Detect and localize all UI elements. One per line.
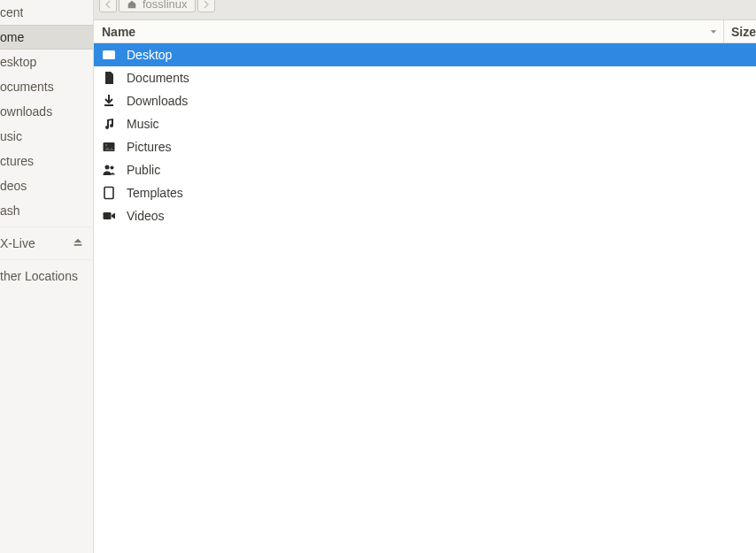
column-header-name[interactable]: Name bbox=[94, 25, 723, 39]
file-name: Downloads bbox=[127, 94, 188, 108]
sidebar-item-trash[interactable]: ash bbox=[0, 198, 93, 223]
nav-back-button[interactable] bbox=[99, 0, 117, 12]
nav-forward-button[interactable] bbox=[197, 0, 215, 12]
list-item[interactable]: Templates bbox=[94, 181, 756, 204]
path-bar: fosslinux bbox=[94, 0, 756, 20]
sidebar-item-videos[interactable]: deos bbox=[0, 173, 93, 198]
list-item[interactable]: Public bbox=[94, 158, 756, 181]
sidebar-item-other-locations[interactable]: ther Locations bbox=[0, 264, 93, 288]
column-header: Name Size bbox=[94, 20, 756, 43]
sidebar-item-documents[interactable]: ocuments bbox=[0, 74, 93, 99]
download-icon bbox=[102, 94, 116, 108]
home-icon bbox=[127, 0, 137, 10]
sidebar-item-pictures[interactable]: ctures bbox=[0, 149, 93, 173]
music-icon bbox=[102, 117, 116, 131]
file-name: Music bbox=[127, 117, 159, 131]
sidebar-item-home[interactable]: ome bbox=[0, 25, 93, 50]
sidebar-item-downloads[interactable]: ownloads bbox=[0, 99, 93, 124]
file-name: Videos bbox=[127, 209, 165, 223]
sidebar-item-desktop[interactable]: esktop bbox=[0, 50, 93, 74]
people-icon bbox=[102, 163, 116, 177]
list-item[interactable]: Music bbox=[94, 112, 756, 135]
file-name: Templates bbox=[127, 186, 183, 200]
list-item[interactable]: Pictures bbox=[94, 135, 756, 158]
file-name: Desktop bbox=[127, 48, 172, 62]
template-icon bbox=[102, 186, 116, 200]
doc-icon bbox=[102, 71, 116, 85]
picture-icon bbox=[102, 140, 116, 154]
location-home-button[interactable]: fosslinux bbox=[119, 0, 196, 12]
main-pane: fosslinux Name Size DesktopDocumentsDown… bbox=[94, 0, 756, 553]
list-item[interactable]: Downloads bbox=[94, 89, 756, 112]
list-item[interactable]: Documents bbox=[94, 66, 756, 89]
file-name: Pictures bbox=[127, 140, 172, 154]
file-name: Documents bbox=[127, 71, 189, 85]
folder-desktop-icon bbox=[102, 48, 116, 62]
list-item[interactable]: Desktop bbox=[94, 43, 756, 66]
list-item[interactable]: Videos bbox=[94, 204, 756, 227]
sidebar-item-recent[interactable]: cent bbox=[0, 0, 93, 25]
location-label: fosslinux bbox=[143, 0, 188, 11]
sidebar-item-music[interactable]: usic bbox=[0, 124, 93, 149]
sort-indicator-icon bbox=[709, 27, 718, 36]
eject-icon[interactable] bbox=[72, 237, 84, 250]
file-list[interactable]: DesktopDocumentsDownloadsMusicPicturesPu… bbox=[94, 43, 756, 553]
sidebar-mount-mxlive[interactable]: X-Live bbox=[0, 231, 93, 256]
video-icon bbox=[102, 209, 116, 223]
column-header-size[interactable]: Size bbox=[724, 25, 756, 39]
places-sidebar: cent ome esktop ocuments ownloads usic c… bbox=[0, 0, 94, 553]
file-name: Public bbox=[127, 163, 160, 177]
